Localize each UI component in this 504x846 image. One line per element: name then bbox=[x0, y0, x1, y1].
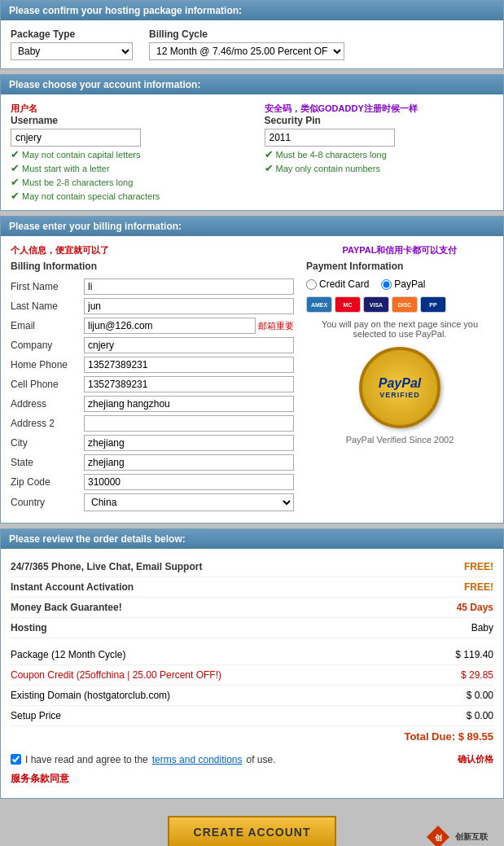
activation-row: Instant Account Activation FREE! bbox=[11, 577, 493, 598]
credit-card-radio[interactable] bbox=[306, 279, 317, 290]
domain-line-value: $ 0.00 bbox=[467, 690, 493, 701]
first-name-input[interactable] bbox=[84, 278, 294, 295]
paypal-badge: PayPal VERIFIED bbox=[359, 347, 440, 428]
terms-text-before: I have read and agree to the bbox=[25, 754, 148, 765]
paypal-radio[interactable] bbox=[381, 279, 392, 290]
state-label: State bbox=[11, 457, 84, 468]
service-annotation: 服务条款同意 bbox=[11, 772, 493, 790]
payment-info-subtitle: Payment Information bbox=[306, 261, 493, 272]
email-label: Email bbox=[11, 320, 84, 331]
billing-info-subtitle: Billing Information bbox=[11, 261, 294, 272]
visa-icon: VISA bbox=[363, 296, 389, 313]
home-phone-input[interactable] bbox=[84, 357, 294, 373]
coupon-line-row: Coupon Credit (25offchina | 25.00 Percen… bbox=[11, 665, 493, 686]
logo-area: 创 创新互联 bbox=[425, 824, 488, 846]
hosting-row: Hosting Baby bbox=[11, 618, 493, 638]
create-account-row: CREATE ACCOUNT 创 创新互联 bbox=[0, 804, 504, 846]
username-annotation: 用户名 bbox=[11, 103, 240, 115]
activation-value: FREE! bbox=[464, 581, 493, 593]
address2-input[interactable] bbox=[84, 415, 294, 432]
cell-phone-input[interactable] bbox=[84, 376, 294, 392]
username-validation-1: ✔ May not contain capital letters bbox=[11, 148, 240, 160]
create-account-button[interactable]: CREATE ACCOUNT bbox=[168, 816, 337, 846]
paypal-card-icon: PP bbox=[420, 296, 446, 313]
paypal-badge-text: PayPal bbox=[379, 376, 421, 391]
payment-annotation: PAYPAL和信用卡都可以支付 bbox=[343, 245, 458, 255]
home-phone-label: Home Phone bbox=[11, 359, 84, 370]
username-input[interactable] bbox=[11, 129, 141, 147]
email-annotation: 邮箱重要 bbox=[258, 320, 294, 332]
first-name-label: First Name bbox=[11, 281, 84, 292]
city-label: City bbox=[11, 437, 84, 449]
mastercard-icon: MC bbox=[335, 296, 361, 313]
username-label: Username bbox=[11, 115, 240, 126]
username-validation-4: ✔ May not contain special characters bbox=[11, 190, 240, 202]
credit-card-option[interactable]: Credit Card bbox=[306, 278, 369, 290]
discover-icon: DISC bbox=[392, 296, 418, 313]
terms-link[interactable]: terms and conditions bbox=[152, 754, 243, 765]
security-validation-1: ✔ Must be 4-8 characters long bbox=[265, 148, 494, 160]
username-validation-2: ✔ Must start with a letter bbox=[11, 162, 240, 174]
paypal-option[interactable]: PayPal bbox=[381, 278, 425, 290]
account-section: Please choose your account information: … bbox=[0, 74, 504, 211]
order-review-header: Please review the order details below: bbox=[1, 529, 503, 549]
support-label: 24/7/365 Phone, Live Chat, Email Support bbox=[11, 561, 202, 572]
billing-cycle-label: Billing Cycle bbox=[149, 28, 344, 40]
card-icons-row: AMEX MC VISA DISC PP bbox=[306, 296, 493, 313]
logo-icon: 创 bbox=[425, 824, 451, 846]
terms-text-after: of use. bbox=[247, 754, 276, 765]
zip-code-input[interactable] bbox=[84, 474, 294, 490]
support-row: 24/7/365 Phone, Live Chat, Email Support… bbox=[11, 557, 493, 577]
zip-code-label: Zip Code bbox=[11, 476, 84, 488]
terms-checkbox[interactable] bbox=[11, 754, 21, 765]
address-input[interactable] bbox=[84, 396, 294, 412]
country-select[interactable]: China bbox=[84, 493, 294, 511]
domain-line-label: Existing Domain (hostgatorclub.com) bbox=[11, 690, 170, 701]
billing-section: Please enter your billing information: 个… bbox=[0, 216, 504, 524]
amex-icon: AMEX bbox=[306, 296, 332, 313]
hosting-value: Baby bbox=[471, 622, 493, 633]
last-name-input[interactable] bbox=[84, 298, 294, 314]
billing-cycle-select[interactable]: 12 Month @ 7.46/mo 25.00 Percent OFF! bbox=[149, 42, 344, 60]
company-label: Company bbox=[11, 340, 84, 351]
company-input[interactable] bbox=[84, 337, 294, 353]
paypal-note: You will pay on the next page since you … bbox=[306, 319, 493, 339]
total-label: Total Due: bbox=[404, 730, 458, 743]
account-header: Please choose your account information: bbox=[1, 75, 503, 94]
security-annotation: 安全码，类似GODADDY注册时候一样 bbox=[265, 103, 494, 115]
state-input[interactable] bbox=[84, 454, 294, 471]
address-label: Address bbox=[11, 398, 84, 410]
activation-label: Instant Account Activation bbox=[11, 581, 134, 593]
setup-line-label: Setup Price bbox=[11, 710, 61, 721]
coupon-line-value: $ 29.85 bbox=[461, 669, 493, 681]
address2-label: Address 2 bbox=[11, 418, 84, 429]
security-label: Security Pin bbox=[265, 115, 494, 126]
billing-annotation: 个人信息，便宜就可以了 bbox=[11, 245, 109, 255]
domain-line-row: Existing Domain (hostgatorclub.com) $ 0.… bbox=[11, 686, 493, 706]
coupon-line-label: Coupon Credit (25offchina | 25.00 Percen… bbox=[11, 669, 221, 681]
hosting-package-header: Please confirm your hosting package info… bbox=[1, 1, 503, 20]
paypal-since-text: PayPal Verified Since 2002 bbox=[346, 435, 454, 445]
setup-line-value: $ 0.00 bbox=[467, 710, 493, 721]
confirm-annotation: 确认价格 bbox=[458, 753, 493, 765]
package-line-label: Package (12 Month Cycle) bbox=[11, 649, 125, 660]
package-type-select[interactable]: Baby bbox=[11, 42, 133, 60]
order-review-section: Please review the order details below: 2… bbox=[0, 528, 504, 799]
support-value: FREE! bbox=[464, 561, 493, 572]
terms-row: I have read and agree to the terms and c… bbox=[11, 747, 493, 772]
total-value: $ 89.55 bbox=[458, 730, 493, 743]
username-validation-3: ✔ Must be 2-8 characters long bbox=[11, 176, 240, 188]
hosting-label: Hosting bbox=[11, 622, 47, 633]
money-back-label: Money Back Guarantee! bbox=[11, 602, 122, 613]
money-back-value: 45 Days bbox=[457, 602, 493, 613]
billing-header: Please enter your billing information: bbox=[1, 217, 503, 236]
city-input[interactable] bbox=[84, 435, 294, 451]
security-validation-2: ✔ May only contain numbers bbox=[265, 162, 494, 174]
package-type-label: Package Type bbox=[11, 28, 133, 40]
setup-line-row: Setup Price $ 0.00 bbox=[11, 706, 493, 726]
logo-text: 创新互联 bbox=[455, 831, 488, 843]
svg-text:创: 创 bbox=[434, 834, 442, 842]
security-pin-input[interactable] bbox=[265, 129, 395, 147]
hosting-package-section: Please confirm your hosting package info… bbox=[0, 0, 504, 69]
email-input[interactable] bbox=[84, 318, 256, 334]
